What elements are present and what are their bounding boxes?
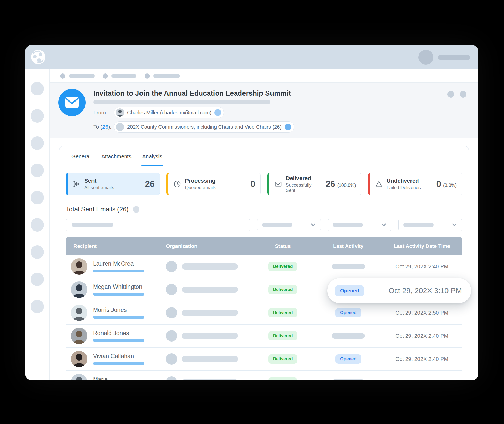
list-heading: Total Sent Emails (26) (66, 206, 462, 213)
chevron-down-icon (380, 222, 387, 228)
sidebar-item[interactable] (31, 136, 44, 150)
content-shell: Invitation to Join the Annual Education … (25, 69, 478, 380)
breadcrumb-item[interactable] (145, 73, 180, 79)
col-last-activity: Last Activity (315, 243, 382, 249)
recipient-avatar (71, 258, 87, 275)
recipient-name: Ronald Jones (93, 330, 144, 337)
tab-analysis[interactable]: Analysis (142, 153, 162, 166)
sidebar-item[interactable] (31, 109, 44, 123)
stat-value: 0 (436, 179, 441, 189)
from-toggle-icon (214, 109, 221, 116)
organization-logo-placeholder (166, 353, 177, 365)
to-toggle-icon (285, 124, 291, 130)
person-icon (71, 328, 87, 344)
header-action-icon[interactable] (460, 91, 466, 98)
filter-select-3[interactable] (398, 219, 462, 231)
sender-name: Charles Miller (charles.m@mail.com) (127, 110, 211, 116)
breadcrumb-dot-icon (60, 73, 65, 79)
filter-select-1[interactable] (257, 219, 321, 231)
user-avatar[interactable] (418, 50, 433, 65)
stat-card-processing[interactable]: Processing Queued emails 0 (166, 173, 260, 195)
table-row[interactable]: Lauren McCrea Delivered Oct 29, 202X 2:4… (66, 255, 462, 278)
recipient-avatar (71, 305, 87, 321)
person-icon (71, 281, 87, 298)
info-icon[interactable] (133, 206, 139, 213)
email-subject: Invitation to Join the Annual Education … (93, 89, 294, 97)
organization-logo-placeholder (166, 284, 177, 295)
status-badge: Delivered (268, 285, 297, 294)
stage: Invitation to Join the Annual Education … (0, 0, 504, 424)
recipient-avatar (71, 328, 87, 344)
stat-card-undelivered[interactable]: Undelivered Failed Deliveries 0 (0.0%) (368, 173, 462, 195)
sidebar-item[interactable] (31, 218, 44, 232)
main-area: Invitation to Join the Annual Education … (50, 69, 478, 380)
col-last-activity-datetime: Last Activity Date Time (382, 243, 462, 249)
header-action-icon[interactable] (447, 91, 454, 98)
analysis-card: General Attachments Analysis Sent All se… (59, 146, 469, 380)
sidebar-item[interactable] (31, 300, 44, 313)
recipient-email-placeholder (93, 270, 144, 272)
stat-card-delivered[interactable]: Delivered Successfully Sent 26 (100.0%) (267, 173, 361, 195)
search-input[interactable] (66, 219, 250, 231)
status-badge: Delivered (268, 308, 297, 317)
breadcrumb-label-placeholder (153, 74, 180, 78)
last-activity-datetime: Oct 29, 202X 2:40 PM (382, 263, 462, 270)
callout-datetime: Oct 29, 202X 3:10 PM (389, 287, 462, 295)
organization-cell (166, 284, 251, 295)
email-subtitle-placeholder (93, 100, 270, 104)
breadcrumb-item[interactable] (60, 73, 95, 79)
stat-card-sent[interactable]: Sent All sent emails 26 (66, 173, 160, 195)
sidebar-item[interactable] (31, 191, 44, 204)
sidebar-item[interactable] (31, 245, 44, 259)
stat-title: Sent (84, 178, 114, 184)
stat-cards: Sent All sent emails 26 (66, 173, 462, 195)
to-row: To (26): 202X County Commissioners, incl… (93, 121, 294, 133)
from-label: From: (93, 109, 114, 116)
envelope-outline-icon (274, 180, 282, 188)
status-badge: Delivered (268, 262, 297, 271)
sidebar-item[interactable] (31, 164, 44, 177)
last-activity-badge: Opened (335, 308, 361, 317)
tab-general[interactable]: General (71, 153, 91, 166)
app-header (25, 45, 478, 69)
sidebar-item[interactable] (31, 82, 44, 95)
status-badge: Delivered (268, 331, 297, 340)
tab-bar: General Attachments Analysis (66, 146, 462, 166)
recipient-email-placeholder (93, 316, 144, 319)
organization-name-placeholder (182, 263, 238, 270)
table-row[interactable]: Ronald Jones Delivered Oct 29, 202X 2:40… (66, 325, 462, 348)
table-row-partial[interactable]: Maria Delivered (66, 371, 462, 380)
header-actions (447, 91, 466, 98)
person-icon (71, 351, 87, 367)
send-icon (73, 180, 80, 188)
to-chip[interactable]: 202X County Commissioners, including Cha… (114, 121, 294, 133)
recipient-avatar (71, 374, 87, 381)
sidebar-item[interactable] (31, 273, 44, 286)
filter-select-2[interactable] (328, 219, 391, 231)
person-icon (71, 305, 87, 321)
stat-value: 26 (145, 179, 155, 189)
organization-logo-placeholder (166, 261, 177, 272)
breadcrumb-dot-icon (103, 73, 108, 79)
table-header: Recipient Organization Status Last Activ… (66, 237, 462, 255)
select-placeholder (262, 223, 292, 227)
last-activity-placeholder (332, 264, 365, 269)
person-icon (71, 258, 87, 275)
organization-name-placeholder (182, 356, 238, 362)
organization-cell (166, 307, 251, 318)
recipient-name: Lauren McCrea (93, 260, 144, 267)
table-row[interactable]: Vivian Callahan Delivered Opened Oct 29,… (66, 348, 462, 371)
sender-avatar (116, 108, 124, 117)
table-row[interactable]: Morris Jones Delivered Opened Oct 29, 20… (66, 301, 462, 325)
table-body: Lauren McCrea Delivered Oct 29, 202X 2:4… (66, 255, 462, 380)
organization-cell (166, 376, 251, 381)
col-organization: Organization (166, 243, 251, 249)
from-chip[interactable]: Charles Miller (charles.m@mail.com) (114, 107, 224, 118)
tab-attachments[interactable]: Attachments (101, 153, 132, 166)
recipient-name: Morris Jones (93, 307, 144, 314)
clock-icon (173, 180, 181, 188)
organization-name-placeholder (182, 310, 238, 316)
breadcrumb-item[interactable] (103, 73, 136, 79)
last-activity-datetime: Oct 29, 202X 2:40 PM (382, 333, 462, 339)
recipient-email-placeholder (93, 362, 144, 365)
